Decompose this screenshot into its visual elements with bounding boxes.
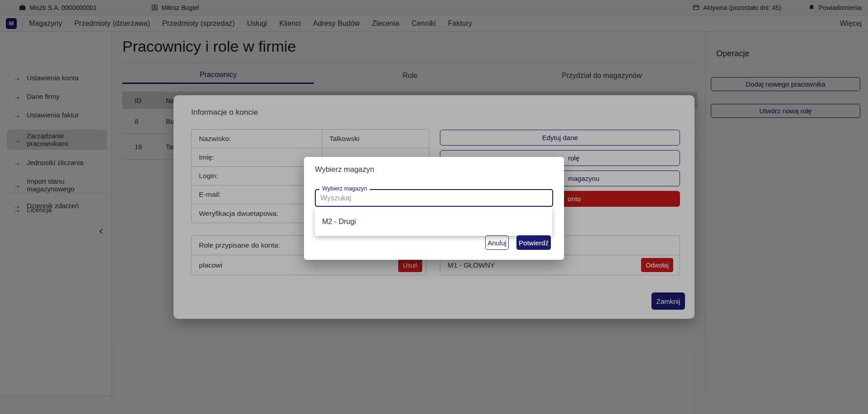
choose-warehouse-modal: Wybierz magazyn Wybierz magazyn M2 - Dru… bbox=[304, 157, 564, 260]
confirm-button[interactable]: Potwierdź bbox=[516, 235, 551, 250]
modal-title: Wybierz magazyn bbox=[315, 165, 374, 174]
warehouse-search-input[interactable] bbox=[320, 190, 547, 205]
warehouse-dropdown: M2 - Drugi bbox=[315, 207, 552, 236]
warehouse-option-m2-drugi[interactable]: M2 - Drugi bbox=[315, 218, 552, 226]
cancel-button[interactable]: Anuluj bbox=[485, 235, 509, 250]
